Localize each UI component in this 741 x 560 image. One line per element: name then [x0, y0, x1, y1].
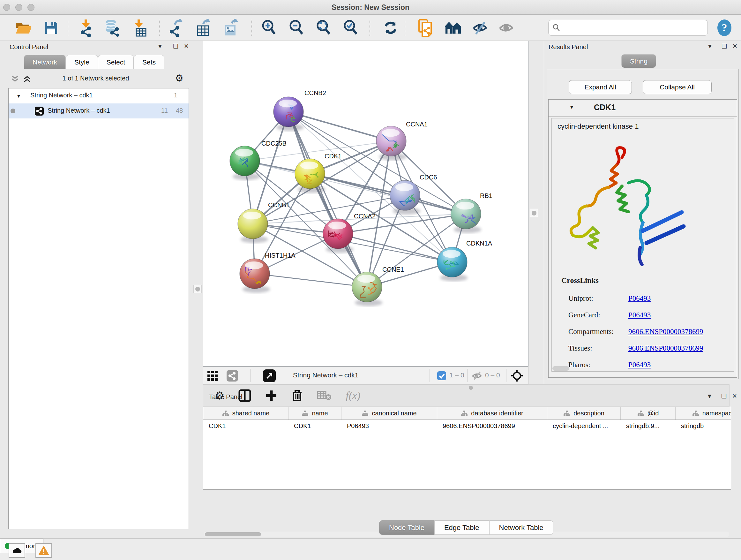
- panel-close-icon[interactable]: ✕: [184, 43, 189, 50]
- import-table-file-icon[interactable]: [131, 19, 148, 37]
- tab-network-table[interactable]: Network Table: [489, 520, 553, 535]
- tab-style[interactable]: Style: [66, 55, 98, 69]
- column-header-canonical-name[interactable]: canonical name: [341, 407, 437, 420]
- table-cell[interactable]: CDK1: [288, 422, 341, 430]
- crosslink-value-link[interactable]: 9606.ENSP00000378699: [628, 327, 703, 336]
- network-node-CDKN1A[interactable]: CDKN1A: [437, 240, 492, 281]
- panel-menu-caret-icon[interactable]: ▼: [157, 43, 163, 50]
- panel-float-icon[interactable]: ❑: [173, 43, 179, 50]
- panel-close-icon[interactable]: ✕: [732, 43, 738, 50]
- birdseye-houses-icon[interactable]: [445, 19, 461, 37]
- import-network-database-icon[interactable]: [104, 19, 121, 37]
- selected-checkbox-icon[interactable]: [437, 371, 446, 380]
- column-type-icon: [637, 410, 644, 417]
- crosslink-value-link[interactable]: P06493: [628, 294, 651, 303]
- tab-select[interactable]: Select: [98, 55, 134, 69]
- export-table-icon[interactable]: [195, 19, 211, 37]
- panel-close-icon[interactable]: ✕: [732, 392, 737, 400]
- results-hscroll-thumb[interactable]: [552, 366, 569, 371]
- network-node-CCNA1[interactable]: CCNA1: [376, 121, 428, 160]
- crosslink-value-link[interactable]: P06493: [628, 361, 651, 369]
- network-node-HIST1H1A[interactable]: HIST1H1A: [240, 252, 295, 293]
- column-header-name[interactable]: name: [288, 407, 341, 420]
- network-options-gear-icon[interactable]: ⚙: [175, 72, 184, 84]
- node-label: RB1: [480, 192, 492, 199]
- panel-float-icon[interactable]: ❑: [721, 392, 727, 400]
- zoom-in-icon[interactable]: [261, 19, 277, 37]
- network-edge[interactable]: [310, 174, 466, 214]
- clone-network-icon[interactable]: [417, 19, 434, 37]
- left-splitter-handle[interactable]: [193, 285, 202, 293]
- table-row[interactable]: CDK1CDK1P064939606.ENSP00000378699cyclin…: [203, 420, 731, 432]
- open-file-icon[interactable]: [15, 19, 31, 37]
- export-image-icon[interactable]: [222, 19, 239, 37]
- table-cell[interactable]: CDK1: [203, 422, 288, 430]
- expand-all-button[interactable]: Expand All: [569, 80, 632, 94]
- panel-float-icon[interactable]: ❑: [722, 43, 727, 50]
- search-input[interactable]: [563, 24, 700, 32]
- network-row[interactable]: String Network – cdk1 11 48: [9, 104, 189, 118]
- save-session-icon[interactable]: [43, 19, 59, 37]
- export-network-icon[interactable]: [168, 19, 185, 37]
- table-header-row: shared namenamecanonical namedatabase id…: [203, 407, 731, 420]
- delete-column-icon[interactable]: [291, 389, 303, 402]
- tab-node-table[interactable]: Node Table: [379, 520, 434, 535]
- collapse-all-button[interactable]: Collapse All: [643, 80, 712, 94]
- network-node-CCNB2[interactable]: CCNB2: [273, 89, 326, 131]
- zoom-selected-icon[interactable]: [342, 19, 359, 37]
- grid-view-icon[interactable]: [207, 371, 218, 381]
- table-cell[interactable]: 9606.ENSP00000378699: [437, 422, 547, 430]
- network-canvas[interactable]: CCNB2CCNA1CDC25BCDK1CDC6RB1CCNB1CCNA2CDK…: [203, 41, 529, 367]
- show-graphics-details-icon[interactable]: [498, 19, 515, 37]
- network-results-splitter[interactable]: [529, 41, 544, 384]
- panel-menu-caret-icon[interactable]: ▼: [707, 43, 713, 50]
- crosslink-value-link[interactable]: 9606.ENSP00000378699: [628, 344, 703, 353]
- search-field[interactable]: [548, 20, 708, 36]
- function-builder-icon[interactable]: f(x): [346, 390, 360, 401]
- help-icon[interactable]: ?: [716, 19, 733, 37]
- network-view-icon[interactable]: [226, 370, 238, 381]
- entry-collapse-caret-icon[interactable]: ▼: [569, 104, 575, 111]
- table-cell[interactable]: stringdb:9...: [621, 422, 676, 430]
- refresh-icon[interactable]: [382, 19, 399, 37]
- column-header-database-identifier[interactable]: database identifier: [437, 407, 547, 420]
- automation-cloud-button[interactable]: [9, 543, 25, 558]
- tree-expander-icon[interactable]: ▼: [16, 93, 21, 99]
- crosslink-value-link[interactable]: P06493: [628, 311, 651, 319]
- column-header--id[interactable]: @id: [621, 407, 676, 420]
- table-cell[interactable]: cyclin-dependent ...: [547, 422, 621, 430]
- detach-view-icon[interactable]: [263, 369, 276, 382]
- hidden-nodes-edges-count: 0 – 0: [485, 371, 500, 379]
- column-header-description[interactable]: description: [547, 407, 621, 420]
- tab-edge-table[interactable]: Edge Table: [434, 520, 489, 535]
- tab-sets[interactable]: Sets: [134, 55, 164, 69]
- network-edge[interactable]: [255, 273, 367, 287]
- network-collection-row[interactable]: ▼ String Network – cdk1 1: [9, 88, 189, 104]
- birdseye-crosshair-icon[interactable]: [511, 369, 523, 382]
- toolbar-separator: [252, 20, 252, 36]
- delete-table-icon[interactable]: [317, 390, 332, 401]
- panel-menu-caret-icon[interactable]: ▼: [706, 393, 713, 400]
- network-edge[interactable]: [288, 112, 367, 287]
- network-node-CDC6[interactable]: CDC6: [390, 174, 437, 214]
- import-network-file-icon[interactable]: [78, 19, 94, 37]
- table-cell[interactable]: P06493: [341, 422, 437, 430]
- table-cell[interactable]: stringdb: [676, 422, 731, 430]
- node-table[interactable]: shared namenamecanonical namedatabase id…: [203, 407, 731, 490]
- string-network-graph[interactable]: CCNB2CCNA1CDC25BCDK1CDC6RB1CCNB1CCNA2CDK…: [203, 41, 528, 366]
- control-panel-title: Control Panel: [10, 44, 48, 51]
- network-edge[interactable]: [288, 112, 391, 141]
- tab-string[interactable]: String: [621, 54, 656, 68]
- tab-network[interactable]: Network: [24, 55, 66, 69]
- add-column-icon[interactable]: [265, 389, 277, 401]
- network-node-RB1[interactable]: RB1: [451, 192, 492, 233]
- zoom-out-icon[interactable]: [288, 19, 305, 37]
- hide-graphics-details-icon[interactable]: [472, 19, 489, 37]
- column-header-shared-name[interactable]: shared name: [203, 407, 288, 420]
- right-splitter-handle[interactable]: [530, 209, 538, 217]
- warnings-button[interactable]: [36, 543, 52, 558]
- network-node-CDK1[interactable]: CDK1: [295, 152, 341, 193]
- column-header-namespace[interactable]: namespace: [676, 407, 731, 420]
- zoom-fit-icon[interactable]: [315, 19, 332, 37]
- horizontal-splitter-handle[interactable]: [469, 386, 473, 390]
